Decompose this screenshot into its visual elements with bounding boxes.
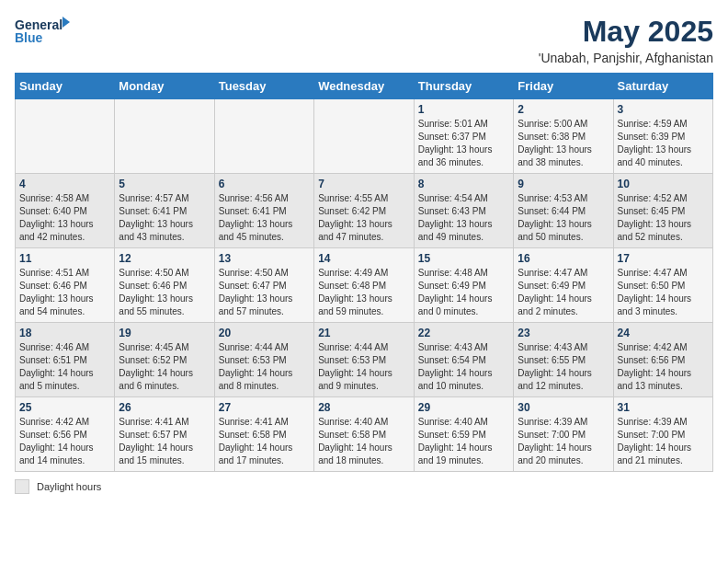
calendar-cell: 26Sunrise: 4:41 AM Sunset: 6:57 PM Dayli… bbox=[115, 397, 214, 472]
day-number: 30 bbox=[518, 401, 609, 414]
daylight-legend-box bbox=[15, 479, 29, 494]
day-info: Sunrise: 4:43 AM Sunset: 6:55 PM Dayligh… bbox=[518, 341, 609, 393]
day-info: Sunrise: 4:54 AM Sunset: 6:43 PM Dayligh… bbox=[418, 192, 509, 244]
day-header-saturday: Saturday bbox=[613, 74, 712, 99]
day-info: Sunrise: 4:51 AM Sunset: 6:46 PM Dayligh… bbox=[19, 267, 110, 318]
calendar-cell: 13Sunrise: 4:50 AM Sunset: 6:47 PM Dayli… bbox=[214, 248, 313, 323]
day-header-sunday: Sunday bbox=[16, 74, 115, 99]
title-block: May 2025 'Unabah, Panjshir, Afghanistan bbox=[539, 15, 713, 65]
day-number: 11 bbox=[19, 252, 110, 265]
day-info: Sunrise: 4:40 AM Sunset: 6:59 PM Dayligh… bbox=[418, 416, 509, 467]
day-number: 17 bbox=[618, 252, 709, 265]
day-info: Sunrise: 4:42 AM Sunset: 6:56 PM Dayligh… bbox=[19, 416, 110, 467]
day-info: Sunrise: 4:41 AM Sunset: 6:57 PM Dayligh… bbox=[119, 416, 210, 467]
calendar-week-5: 25Sunrise: 4:42 AM Sunset: 6:56 PM Dayli… bbox=[16, 397, 713, 472]
calendar-cell: 19Sunrise: 4:45 AM Sunset: 6:52 PM Dayli… bbox=[115, 323, 214, 397]
calendar-cell: 12Sunrise: 4:50 AM Sunset: 6:46 PM Dayli… bbox=[115, 248, 214, 323]
calendar-cell: 18Sunrise: 4:46 AM Sunset: 6:51 PM Dayli… bbox=[16, 323, 115, 397]
day-number: 7 bbox=[318, 178, 410, 190]
calendar-cell: 25Sunrise: 4:42 AM Sunset: 6:56 PM Dayli… bbox=[16, 397, 115, 472]
day-info: Sunrise: 4:45 AM Sunset: 6:52 PM Dayligh… bbox=[119, 341, 210, 393]
calendar-cell: 11Sunrise: 4:51 AM Sunset: 6:46 PM Dayli… bbox=[16, 248, 115, 323]
calendar-cell: 3Sunrise: 4:59 AM Sunset: 6:39 PM Daylig… bbox=[613, 99, 712, 174]
calendar-cell bbox=[214, 99, 313, 174]
day-number: 20 bbox=[219, 327, 310, 339]
day-info: Sunrise: 4:56 AM Sunset: 6:41 PM Dayligh… bbox=[219, 192, 310, 244]
calendar-table: SundayMondayTuesdayWednesdayThursdayFrid… bbox=[15, 73, 713, 472]
day-info: Sunrise: 5:00 AM Sunset: 6:38 PM Dayligh… bbox=[518, 118, 609, 169]
day-info: Sunrise: 4:53 AM Sunset: 6:44 PM Dayligh… bbox=[518, 192, 609, 244]
day-info: Sunrise: 4:58 AM Sunset: 6:40 PM Dayligh… bbox=[19, 192, 110, 244]
day-number: 4 bbox=[19, 178, 110, 190]
day-number: 29 bbox=[418, 401, 509, 414]
day-header-wednesday: Wednesday bbox=[314, 74, 415, 99]
day-number: 27 bbox=[219, 401, 310, 414]
calendar-cell: 21Sunrise: 4:44 AM Sunset: 6:53 PM Dayli… bbox=[314, 323, 415, 397]
day-info: Sunrise: 4:46 AM Sunset: 6:51 PM Dayligh… bbox=[19, 341, 110, 393]
calendar-cell: 30Sunrise: 4:39 AM Sunset: 7:00 PM Dayli… bbox=[514, 397, 613, 472]
page-subtitle: 'Unabah, Panjshir, Afghanistan bbox=[539, 51, 713, 65]
day-number: 18 bbox=[19, 327, 110, 339]
calendar-cell: 23Sunrise: 4:43 AM Sunset: 6:55 PM Dayli… bbox=[514, 323, 613, 397]
calendar-cell: 9Sunrise: 4:53 AM Sunset: 6:44 PM Daylig… bbox=[514, 174, 613, 248]
day-header-friday: Friday bbox=[514, 74, 613, 99]
day-info: Sunrise: 4:41 AM Sunset: 6:58 PM Dayligh… bbox=[219, 416, 310, 467]
day-info: Sunrise: 4:48 AM Sunset: 6:49 PM Dayligh… bbox=[418, 267, 509, 318]
day-info: Sunrise: 4:57 AM Sunset: 6:41 PM Dayligh… bbox=[119, 192, 210, 244]
day-info: Sunrise: 4:52 AM Sunset: 6:45 PM Dayligh… bbox=[618, 192, 709, 244]
day-info: Sunrise: 4:55 AM Sunset: 6:42 PM Dayligh… bbox=[318, 192, 410, 244]
day-number: 1 bbox=[418, 103, 509, 116]
calendar-cell: 31Sunrise: 4:39 AM Sunset: 7:00 PM Dayli… bbox=[613, 397, 712, 472]
calendar-cell: 29Sunrise: 4:40 AM Sunset: 6:59 PM Dayli… bbox=[414, 397, 513, 472]
day-info: Sunrise: 4:42 AM Sunset: 6:56 PM Dayligh… bbox=[618, 341, 709, 393]
calendar-cell: 6Sunrise: 4:56 AM Sunset: 6:41 PM Daylig… bbox=[214, 174, 313, 248]
calendar-week-4: 18Sunrise: 4:46 AM Sunset: 6:51 PM Dayli… bbox=[16, 323, 713, 397]
calendar-cell: 4Sunrise: 4:58 AM Sunset: 6:40 PM Daylig… bbox=[16, 174, 115, 248]
calendar-cell: 28Sunrise: 4:40 AM Sunset: 6:58 PM Dayli… bbox=[314, 397, 415, 472]
svg-text:Blue: Blue bbox=[15, 30, 43, 45]
day-header-monday: Monday bbox=[115, 74, 214, 99]
logo-icon: GeneralBlue bbox=[15, 15, 70, 47]
day-number: 2 bbox=[518, 103, 609, 116]
day-number: 31 bbox=[618, 401, 709, 414]
day-info: Sunrise: 4:44 AM Sunset: 6:53 PM Dayligh… bbox=[219, 341, 310, 393]
page-header: GeneralBlue May 2025 'Unabah, Panjshir, … bbox=[15, 15, 713, 65]
day-number: 5 bbox=[119, 178, 210, 190]
page-title: May 2025 bbox=[539, 15, 713, 49]
calendar-cell: 22Sunrise: 4:43 AM Sunset: 6:54 PM Dayli… bbox=[414, 323, 513, 397]
day-number: 22 bbox=[418, 327, 509, 339]
day-number: 19 bbox=[119, 327, 210, 339]
day-number: 16 bbox=[518, 252, 609, 265]
calendar-cell: 27Sunrise: 4:41 AM Sunset: 6:58 PM Dayli… bbox=[214, 397, 313, 472]
day-number: 21 bbox=[318, 327, 410, 339]
day-number: 10 bbox=[618, 178, 709, 190]
day-number: 14 bbox=[318, 252, 410, 265]
day-number: 8 bbox=[418, 178, 509, 190]
calendar-cell: 24Sunrise: 4:42 AM Sunset: 6:56 PM Dayli… bbox=[613, 323, 712, 397]
calendar-cell bbox=[115, 99, 214, 174]
day-number: 13 bbox=[219, 252, 310, 265]
day-info: Sunrise: 4:47 AM Sunset: 6:49 PM Dayligh… bbox=[518, 267, 609, 318]
calendar-week-1: 1Sunrise: 5:01 AM Sunset: 6:37 PM Daylig… bbox=[16, 99, 713, 174]
calendar-cell bbox=[314, 99, 415, 174]
calendar-week-3: 11Sunrise: 4:51 AM Sunset: 6:46 PM Dayli… bbox=[16, 248, 713, 323]
calendar-cell: 20Sunrise: 4:44 AM Sunset: 6:53 PM Dayli… bbox=[214, 323, 313, 397]
day-header-tuesday: Tuesday bbox=[214, 74, 313, 99]
day-info: Sunrise: 4:40 AM Sunset: 6:58 PM Dayligh… bbox=[318, 416, 410, 467]
calendar-cell: 5Sunrise: 4:57 AM Sunset: 6:41 PM Daylig… bbox=[115, 174, 214, 248]
calendar-cell bbox=[16, 99, 115, 174]
day-number: 6 bbox=[219, 178, 310, 190]
day-number: 3 bbox=[618, 103, 709, 116]
day-number: 28 bbox=[318, 401, 410, 414]
day-info: Sunrise: 4:39 AM Sunset: 7:00 PM Dayligh… bbox=[618, 416, 709, 467]
day-info: Sunrise: 4:49 AM Sunset: 6:48 PM Dayligh… bbox=[318, 267, 410, 318]
day-number: 23 bbox=[518, 327, 609, 339]
day-info: Sunrise: 4:50 AM Sunset: 6:46 PM Dayligh… bbox=[119, 267, 210, 318]
calendar-week-2: 4Sunrise: 4:58 AM Sunset: 6:40 PM Daylig… bbox=[16, 174, 713, 248]
daylight-label: Daylight hours bbox=[37, 481, 101, 492]
svg-marker-2 bbox=[63, 17, 70, 28]
calendar-cell: 1Sunrise: 5:01 AM Sunset: 6:37 PM Daylig… bbox=[414, 99, 513, 174]
day-number: 25 bbox=[19, 401, 110, 414]
day-info: Sunrise: 4:39 AM Sunset: 7:00 PM Dayligh… bbox=[518, 416, 609, 467]
day-info: Sunrise: 4:44 AM Sunset: 6:53 PM Dayligh… bbox=[318, 341, 410, 393]
